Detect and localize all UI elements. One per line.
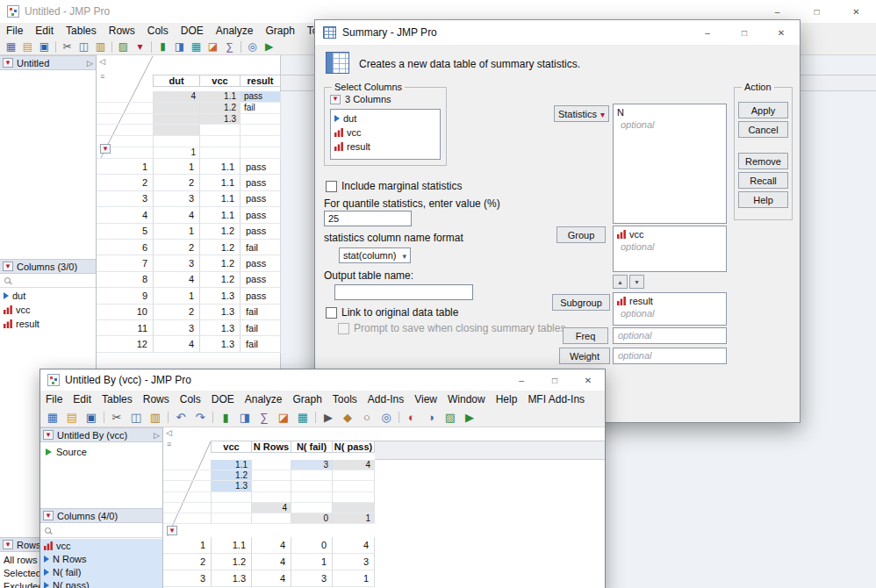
- run-script-icon[interactable]: ▶: [460, 409, 479, 426]
- maximize-button[interactable]: □: [538, 369, 571, 391]
- distribution-icon[interactable]: ▮: [216, 409, 235, 426]
- menu-cols[interactable]: Cols: [141, 23, 175, 39]
- statistics-box[interactable]: N optional: [613, 104, 727, 224]
- cell[interactable]: 3: [154, 191, 200, 207]
- menu-tables[interactable]: Tables: [97, 391, 138, 407]
- save-icon[interactable]: ▣: [82, 409, 101, 426]
- menu-rows[interactable]: Rows: [103, 23, 141, 39]
- lasso-tool-icon[interactable]: ○: [357, 409, 377, 426]
- paste-icon[interactable]: ▥: [146, 409, 165, 426]
- row-number[interactable]: 4: [97, 207, 154, 223]
- zoom-tool-icon[interactable]: ◎: [377, 409, 396, 426]
- new-data-table-icon[interactable]: ▦: [3, 39, 19, 54]
- new-data-table-icon[interactable]: ▦: [43, 409, 62, 426]
- cell[interactable]: fail: [241, 240, 281, 255]
- cell[interactable]: pass: [241, 207, 281, 223]
- row-number[interactable]: 2: [163, 554, 212, 570]
- row-number[interactable]: 12: [97, 336, 154, 352]
- save-icon[interactable]: ▣: [36, 39, 53, 54]
- cell[interactable]: 1: [333, 570, 375, 587]
- column-item-n-pass[interactable]: N( pass): [40, 578, 162, 588]
- cell[interactable]: fail: [241, 305, 281, 320]
- table-panel-header[interactable]: Untitled: [0, 55, 96, 70]
- menu-view[interactable]: View: [409, 391, 442, 407]
- rows-red-triangle-icon[interactable]: [167, 526, 177, 535]
- fit-y-by-x-icon[interactable]: ◨: [235, 409, 255, 426]
- cell[interactable]: 1.2: [212, 554, 252, 570]
- link-original-checkbox[interactable]: [326, 307, 337, 319]
- cell[interactable]: 1.1: [212, 537, 252, 554]
- column-item-result[interactable]: result: [0, 317, 96, 331]
- row-number[interactable]: 1: [97, 159, 154, 175]
- row-number[interactable]: 5: [97, 224, 154, 240]
- by-titlebar[interactable]: Untitled By (vcc) - JMP Pro – □ ✕: [40, 369, 605, 391]
- columns-panel-header[interactable]: Columns (4/0): [40, 508, 162, 523]
- cell[interactable]: 2: [154, 175, 200, 190]
- row-number[interactable]: 6: [97, 240, 154, 255]
- open-icon[interactable]: ▤: [62, 409, 82, 426]
- distribution-icon[interactable]: ▮: [154, 39, 171, 54]
- menu-file[interactable]: File: [0, 23, 29, 39]
- columns-listbox[interactable]: dut vcc result: [330, 109, 441, 160]
- move-up-button[interactable]: [613, 275, 628, 289]
- journal-icon[interactable]: ▨: [115, 39, 132, 54]
- menu-edit[interactable]: Edit: [29, 23, 60, 39]
- graph-builder-icon[interactable]: ◪: [274, 409, 293, 426]
- cell[interactable]: pass: [241, 272, 281, 288]
- row-number[interactable]: 2: [97, 175, 154, 190]
- table-panel-header[interactable]: Untitled By (vcc): [40, 427, 162, 442]
- collapse-right-icon[interactable]: [87, 59, 93, 68]
- column-header[interactable]: N( pass): [333, 441, 375, 453]
- cell[interactable]: 4: [333, 537, 375, 554]
- cell[interactable]: 2: [154, 305, 200, 320]
- menu-graph[interactable]: Graph: [287, 391, 327, 407]
- recall-button[interactable]: Recall: [738, 172, 788, 189]
- copy-icon[interactable]: ◫: [75, 39, 92, 54]
- freq-box[interactable]: optional: [613, 327, 727, 344]
- cell[interactable]: 1.3: [200, 320, 241, 336]
- cell[interactable]: 1.1: [200, 175, 241, 190]
- cell[interactable]: pass: [241, 159, 281, 175]
- row-number[interactable]: 10: [97, 305, 154, 320]
- cell[interactable]: 1.2: [200, 240, 241, 255]
- cell[interactable]: 1.3: [212, 570, 252, 587]
- cell[interactable]: 4: [154, 207, 200, 223]
- columns-panel-header[interactable]: Columns (3/0): [0, 259, 96, 274]
- menu-file[interactable]: File: [40, 391, 68, 407]
- cell[interactable]: 1.3: [200, 336, 241, 352]
- column-header[interactable]: N( fail): [291, 441, 333, 453]
- apply-button[interactable]: Apply: [738, 102, 788, 118]
- columns-search-input[interactable]: [40, 524, 162, 538]
- menu-analyze[interactable]: Analyze: [210, 23, 260, 39]
- columns-search-input[interactable]: [0, 274, 96, 288]
- collapse-right-icon[interactable]: [154, 431, 160, 440]
- menu-rows[interactable]: Rows: [138, 391, 175, 407]
- cell[interactable]: pass: [241, 191, 281, 207]
- row-number[interactable]: 7: [97, 255, 154, 271]
- paste-icon[interactable]: ▥: [92, 39, 109, 54]
- minimize-button[interactable]: –: [689, 20, 726, 45]
- cell[interactable]: pass: [241, 288, 281, 304]
- stat-format-dropdown[interactable]: stat(column): [339, 247, 411, 263]
- hide-icon[interactable]: ◑: [421, 409, 441, 426]
- cell[interactable]: 1: [154, 159, 200, 175]
- fit-y-by-x-icon[interactable]: ◨: [171, 39, 188, 54]
- menu-mfi-add-ins[interactable]: MFI Add-Ins: [522, 391, 590, 407]
- cell[interactable]: fail: [241, 320, 281, 336]
- cell[interactable]: 3: [154, 320, 200, 336]
- close-button[interactable]: ✕: [837, 0, 876, 23]
- red-triangle-icon[interactable]: [3, 540, 13, 549]
- row-number[interactable]: 9: [97, 288, 154, 304]
- row-number[interactable]: 3: [97, 191, 154, 207]
- cell[interactable]: pass: [241, 175, 281, 190]
- tabulate-icon[interactable]: ▦: [293, 409, 312, 426]
- cell[interactable]: pass: [241, 224, 281, 240]
- menu-tables[interactable]: Tables: [60, 23, 103, 39]
- row-number[interactable]: 3: [163, 570, 212, 587]
- cell[interactable]: 1.3: [200, 288, 241, 304]
- column-header[interactable]: vcc: [212, 441, 252, 453]
- cell[interactable]: 4: [252, 554, 291, 570]
- red-triangle-icon[interactable]: [3, 58, 13, 68]
- maximize-button[interactable]: □: [797, 0, 837, 23]
- freq-button[interactable]: Freq: [563, 327, 608, 344]
